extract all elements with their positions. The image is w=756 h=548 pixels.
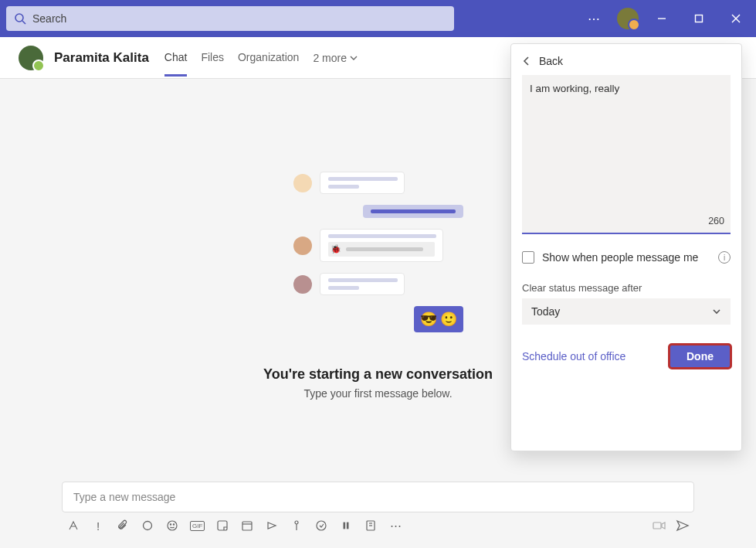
- tabs-more-dropdown[interactable]: 2 more: [313, 39, 358, 77]
- compose-input[interactable]: Type a new message: [62, 482, 694, 512]
- stream-icon[interactable]: [265, 519, 279, 533]
- send-button[interactable]: [676, 519, 690, 533]
- tabs-more-label: 2 more: [313, 52, 347, 64]
- praise-icon[interactable]: [339, 519, 353, 533]
- window-maximize-button[interactable]: [685, 5, 713, 32]
- close-icon: [731, 14, 741, 23]
- schedule-out-of-office-link[interactable]: Schedule out of office: [522, 350, 625, 362]
- svg-point-15: [317, 521, 326, 530]
- svg-point-6: [144, 522, 152, 530]
- empty-title: You're starting a new conversation: [263, 366, 493, 383]
- clear-after-select[interactable]: Today: [522, 298, 731, 325]
- emoji-icon[interactable]: [165, 519, 179, 533]
- loop-icon[interactable]: [141, 519, 154, 533]
- char-count: 260: [708, 216, 724, 226]
- back-button[interactable]: Back: [522, 55, 731, 67]
- compose-area: Type a new message ! GIF ⋯: [62, 482, 694, 539]
- search-icon: [14, 12, 26, 25]
- tab-chat[interactable]: Chat: [164, 39, 188, 77]
- priority-icon[interactable]: !: [91, 519, 105, 533]
- svg-rect-3: [696, 15, 703, 22]
- info-icon[interactable]: i: [718, 251, 731, 264]
- back-label: Back: [539, 55, 563, 67]
- svg-rect-11: [242, 522, 252, 530]
- more-options-button[interactable]: ⋯: [580, 5, 608, 32]
- svg-rect-21: [653, 522, 661, 529]
- svg-rect-10: [218, 521, 227, 530]
- approvals-icon[interactable]: [290, 519, 303, 533]
- status-panel: Back 260 Show when people message me i C…: [510, 43, 742, 451]
- illus-avatar-icon: [293, 174, 312, 192]
- illus-avatar-icon: [293, 275, 312, 294]
- maximize-icon: [694, 14, 703, 23]
- gif-icon[interactable]: GIF: [190, 521, 205, 531]
- svg-point-8: [170, 524, 171, 525]
- empty-subtitle: Type your first message below.: [303, 387, 452, 400]
- polls-icon[interactable]: [364, 519, 378, 533]
- svg-line-1: [22, 21, 25, 24]
- svg-point-9: [173, 524, 174, 525]
- window-minimize-button[interactable]: [648, 5, 676, 32]
- compose-placeholder: Type a new message: [73, 491, 175, 503]
- tab-organization[interactable]: Organization: [238, 39, 299, 77]
- content-area: Paramita Kalita Chat Files Organization …: [0, 37, 756, 548]
- video-clip-icon[interactable]: [653, 519, 666, 533]
- illus-emoji-icon: 😎🙂: [414, 306, 463, 332]
- titlebar: Search ⋯: [0, 0, 756, 37]
- svg-point-0: [15, 14, 23, 22]
- contact-avatar[interactable]: [19, 46, 43, 70]
- clear-after-label: Clear status message after: [522, 282, 731, 294]
- status-message-input[interactable]: [522, 75, 731, 234]
- show-when-messaged-label: Show when people message me: [542, 251, 698, 264]
- svg-point-14: [295, 521, 298, 524]
- minimize-icon: [657, 14, 666, 23]
- empty-illustration: 🐞 😎🙂: [293, 172, 463, 343]
- illus-avatar-icon: [293, 237, 312, 255]
- attach-icon[interactable]: [116, 519, 130, 533]
- tab-files[interactable]: Files: [201, 39, 224, 77]
- current-user-avatar[interactable]: [617, 8, 639, 29]
- svg-rect-16: [344, 522, 346, 529]
- format-icon[interactable]: [66, 519, 80, 533]
- schedule-icon[interactable]: [240, 519, 254, 533]
- svg-rect-17: [347, 522, 349, 529]
- compose-toolbar: ! GIF ⋯: [62, 512, 694, 539]
- search-placeholder: Search: [32, 12, 66, 25]
- clear-after-value: Today: [531, 305, 560, 318]
- chevron-down-icon: [350, 54, 358, 62]
- chat-tabs: Chat Files Organization 2 more: [164, 39, 358, 77]
- show-when-messaged-checkbox[interactable]: [522, 251, 534, 264]
- svg-point-7: [168, 521, 177, 530]
- chevron-left-icon: [522, 56, 531, 66]
- sticker-icon[interactable]: [215, 519, 229, 533]
- svg-marker-13: [268, 522, 276, 529]
- window-close-button[interactable]: [722, 5, 750, 32]
- done-button[interactable]: Done: [670, 345, 731, 368]
- svg-marker-22: [662, 522, 665, 529]
- svg-marker-23: [677, 521, 688, 530]
- viva-icon[interactable]: [314, 519, 328, 533]
- contact-name: Paramita Kalita: [54, 50, 149, 66]
- more-actions-icon[interactable]: ⋯: [388, 519, 402, 533]
- chevron-down-icon: [712, 307, 721, 316]
- search-input[interactable]: Search: [6, 6, 454, 31]
